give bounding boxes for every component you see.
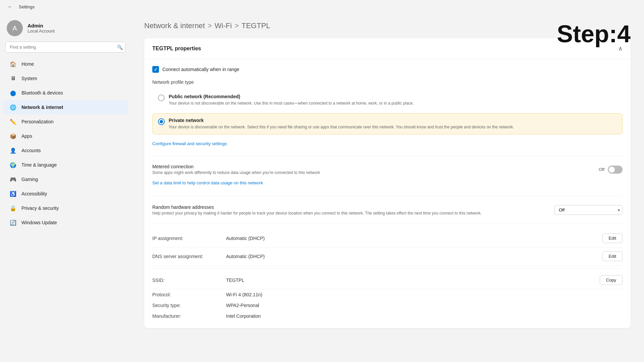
ssid-label: SSID: [152,278,226,283]
data-limit-link[interactable]: Set a data limit to help control data us… [152,180,263,185]
breadcrumb-part2: Wi-Fi [215,21,232,30]
sidebar-item-label: Privacy & security [21,205,59,211]
breadcrumb-sep1: > [208,21,212,30]
sidebar-item-label: Bluetooth & devices [21,90,63,96]
radio-public-desc: Your device is not discoverable on the n… [169,100,617,106]
home-icon: 🏠 [9,60,17,68]
update-icon: 🔄 [9,219,17,226]
radio-public-title: Public network (Recommended) [169,94,617,99]
sidebar-item-time-language[interactable]: 🌍 Time & language [3,158,128,172]
metered-toggle[interactable] [608,166,623,174]
bluetooth-icon: ⬤ [9,89,17,97]
breadcrumb-sep2: > [234,21,239,30]
metered-desc: Some apps might work differently to redu… [152,170,599,175]
sidebar-item-label: Windows Update [21,220,57,225]
sidebar-item-accounts[interactable]: 👤 Accounts [3,143,128,158]
protocol-label: Protocol: [152,292,226,297]
sidebar-item-label: Accessibility [21,191,47,196]
titlebar: ← Settings [0,0,644,13]
app-title: Settings [19,4,35,9]
radio-public-btn[interactable] [158,95,165,101]
ip-assignment-value: Automatic (DHCP) [226,236,602,241]
security-type-row: Security type: WPA2-Personal [152,300,623,311]
sidebar-item-label: Time & language [21,162,57,168]
dns-assignment-value: Automatic (DHCP) [226,254,602,259]
connect-auto-row: Connect automatically when in range [152,66,623,73]
system-icon: 🖥 [9,75,17,82]
time-icon: 🌍 [9,161,17,169]
accessibility-icon: ♿ [9,190,17,197]
security-type-value: WPA2-Personal [226,303,623,308]
network-icon: 🌐 [9,104,17,111]
sidebar-item-label: Network & internet [21,105,63,110]
accounts-icon: 👤 [9,147,17,154]
dns-assignment-label: DNS server assignment: [152,254,226,259]
privacy-icon: 🔒 [9,204,17,212]
radio-private-btn[interactable] [158,118,165,125]
sidebar-item-home[interactable]: 🏠 Home [3,57,128,71]
connect-auto-label: Connect automatically when in range [162,67,239,72]
sidebar-item-label: Personalization [21,119,54,124]
gaming-icon: 🎮 [9,176,17,183]
manufacturer-value: Intel Corporation [226,313,623,319]
ip-assignment-label: IP assignment: [152,236,226,241]
random-hw-row: Random hardware addresses Help protect y… [152,202,623,218]
sidebar-item-network[interactable]: 🌐 Network & internet [3,100,128,114]
sidebar-item-label: Apps [21,133,32,139]
avatar: A [7,20,23,36]
sidebar-item-label: System [21,76,37,81]
search-icon[interactable]: 🔍 [117,45,123,50]
apps-icon: 📦 [9,132,17,140]
sidebar-item-gaming[interactable]: 🎮 Gaming [3,172,128,186]
protocol-row: Protocol: Wi-Fi 4 (802.11n) [152,289,623,300]
ip-assignment-row: IP assignment: Automatic (DHCP) Edit [152,229,623,247]
personalization-icon: ✏️ [9,118,17,125]
metered-row: Metered connection Some apps might work … [152,161,623,178]
sidebar-item-accessibility[interactable]: ♿ Accessibility [3,187,128,201]
random-hw-title: Random hardware addresses [152,204,554,210]
connect-auto-checkbox[interactable] [152,66,159,73]
search-input[interactable] [5,42,125,53]
main-content: Step:4 Network & internet > Wi-Fi > TEGT… [131,13,644,362]
breadcrumb-part3: TEGTPL [241,21,270,30]
sidebar-item-bluetooth[interactable]: ⬤ Bluetooth & devices [3,86,128,100]
sidebar-item-personalization[interactable]: ✏️ Personalization [3,115,128,129]
dns-assignment-edit-button[interactable]: Edit [602,251,623,261]
ssid-value: TEGTPL [226,278,600,283]
radio-public[interactable]: Public network (Recommended) Your device… [152,89,623,111]
sidebar-item-windows-update[interactable]: 🔄 Windows Update [3,216,128,230]
metered-title: Metered connection [152,164,599,169]
ssid-row: SSID: TEGTPL Copy [152,271,623,289]
security-type-label: Security type: [152,303,226,308]
sidebar-item-apps[interactable]: 📦 Apps [3,129,128,143]
metered-toggle-label: Off [599,167,604,172]
user-type: Local Account [28,28,55,34]
search-container: 🔍 [5,42,125,53]
radio-private[interactable]: Private network Your device is discovera… [152,113,623,134]
card-title: TEGTPL properties [152,46,201,52]
sidebar-item-system[interactable]: 🖥 System [3,71,128,85]
user-profile: A Admin Local Account [0,13,131,42]
step-label: Step:4 [557,20,631,48]
ip-assignment-edit-button[interactable]: Edit [602,233,623,243]
manufacturer-row: Manufacturer: Intel Corporation [152,311,623,321]
firewall-link[interactable]: Configure firewall and security settings [152,141,227,146]
back-button[interactable]: ← [5,2,15,11]
radio-private-title: Private network [169,118,617,123]
protocol-value: Wi-Fi 4 (802.11n) [226,292,623,297]
random-hw-dropdown[interactable]: Off On Use device MAC addresses [554,205,623,215]
sidebar-item-privacy[interactable]: 🔒 Privacy & security [3,201,128,215]
random-hw-desc: Help protect your privacy by making it h… [152,211,554,216]
radio-private-desc: Your device is discoverable on the netwo… [169,124,617,130]
sidebar-item-label: Gaming [21,177,38,182]
network-profile-label: Network profile type [152,79,623,85]
breadcrumb-part1: Network & internet [144,21,205,30]
nav-menu: 🏠 Home 🖥 System ⬤ Bluetooth & devices 🌐 … [0,57,131,230]
ssid-copy-button[interactable]: Copy [600,275,623,285]
user-name: Admin [28,23,55,28]
sidebar-item-label: Home [21,61,34,67]
manufacturer-label: Manufacturer: [152,313,226,319]
properties-card: TEGTPL properties ∧ Connect automaticall… [144,38,631,328]
sidebar-item-label: Accounts [21,148,41,153]
card-body: Connect automatically when in range Netw… [144,59,631,328]
